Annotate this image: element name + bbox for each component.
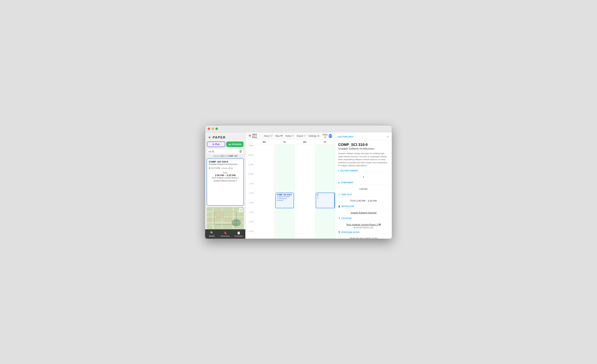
bookmarks-footer-icon: 🔖	[223, 231, 227, 235]
time-6pm: 6 PM	[245, 230, 254, 239]
time-3pm: 3 PM	[245, 202, 254, 211]
titlebar	[205, 125, 392, 132]
map-label: Map	[275, 135, 280, 137]
search-footer-button[interactable]: 🔍 Search	[205, 229, 219, 239]
instructor-value[interactable]: Joseph Edward Hummel	[338, 211, 389, 215]
dates-label-text: START/END DATES	[341, 231, 360, 233]
course-time: 2:00 PM – 3:20 PM	[209, 174, 242, 177]
map-icon: 🗺	[280, 135, 283, 137]
app-window: ✈ PAPER 🗂 Plan 📅 Schedule ✕	[205, 125, 392, 239]
time-slot-label-text: TIME SLOT	[341, 194, 352, 196]
user-button[interactable]: Dilan N DN	[322, 133, 332, 139]
minimize-button[interactable]	[212, 128, 214, 130]
panel-course-id: COMP_SCI 310-0	[338, 143, 389, 147]
paper-plane-icon: ✈	[208, 135, 211, 140]
component-label-text: COMPONENT	[341, 182, 354, 184]
notes-button[interactable]: Notes ✎	[285, 135, 294, 137]
location-value[interactable]: Tech Institute Lecture Room 2 🗺	[338, 223, 389, 227]
clock-icon: 🕐	[338, 194, 340, 196]
about-button[interactable]: About ⓘ	[264, 134, 273, 138]
thursday-event[interactable]: C S H	[316, 193, 335, 208]
app-logo-text: PAPER	[213, 136, 226, 139]
export-button[interactable]: Export ↗	[297, 135, 306, 137]
tuesday-event-title: COMP_SCI 310-0	[277, 194, 292, 196]
close-panel-button[interactable]: ✕	[386, 135, 389, 138]
map-expand-button[interactable]: ⤢	[239, 208, 243, 212]
svg-rect-4	[212, 207, 214, 229]
about-info-icon: ⓘ	[270, 134, 273, 138]
panel-description: Teaches software design principles for b…	[338, 152, 389, 167]
sidebar: ✈ PAPER 🗂 Plan 📅 Schedule ✕	[205, 132, 245, 239]
close-button[interactable]	[208, 128, 210, 130]
info-button[interactable]: ℹ	[236, 179, 237, 182]
notes-icon: ✎	[292, 135, 294, 137]
user-name: Dilan N	[322, 133, 328, 139]
map-button[interactable]: Map 🗺	[275, 135, 283, 137]
schedule-icon: 📅	[228, 143, 231, 146]
section-number-label: # SECTION NUMBER	[338, 170, 389, 172]
thursday-event-subtitle: S	[317, 196, 333, 198]
svg-rect-6	[233, 207, 234, 229]
logo-area: ✈ PAPER	[205, 132, 245, 141]
time-slot-label: 🕐 TIME SLOT	[338, 194, 389, 196]
room-finder-text: ROOM FINDER LINK	[356, 227, 374, 229]
svg-rect-10	[225, 217, 232, 222]
location-label-text: LOCATION	[341, 217, 352, 219]
tuesday-event[interactable]: COMP_SCI 310-0 Scalable Software Archite…	[275, 193, 294, 208]
bookmarks-footer-label: Bookmarks	[220, 235, 230, 237]
room-finder-link[interactable]: 🗺 ROOM FINDER LINK	[338, 227, 389, 229]
bookmarks-footer-button[interactable]: 🔖 Bookmarks	[219, 229, 232, 239]
instructor-section: 👤 INSTRUCTOR Joseph Edward Hummel	[338, 205, 389, 215]
search-input[interactable]	[209, 150, 239, 153]
about-label: About	[264, 135, 269, 137]
divider	[338, 172, 389, 173]
map-mini-icon: 🗺	[378, 223, 381, 226]
export-icon: ↗	[304, 135, 306, 137]
location-label: 📍 LOCATION	[338, 217, 389, 219]
course-days: TuTh	[209, 172, 242, 174]
schedules-footer-icon: 📋	[237, 231, 241, 235]
location-text: Tech Institute Lecture Room 2	[346, 223, 378, 226]
component-value: Lecture	[338, 187, 389, 191]
search-footer-icon: 🔍	[210, 231, 214, 235]
plan-tab[interactable]: 🗂 Plan	[207, 141, 225, 147]
time-10am: 10 AM	[245, 154, 254, 164]
schedules-footer-button[interactable]: 📋 Schedules	[232, 229, 245, 239]
section-info-panel: SECTION INFO ✕ COMP_SCI 310-0 Scalable S…	[335, 132, 392, 239]
hash-icon: #	[338, 170, 339, 172]
tuesday-column: COMP_SCI 310-0 Scalable Software Archite…	[275, 145, 295, 239]
course-card[interactable]: COMP_SCI 310-0 Scalable Software Archite…	[207, 158, 244, 206]
map-thumbnail[interactable]: ⤢	[207, 207, 244, 229]
thursday-event-instructor: H	[317, 198, 333, 199]
calendar-nav: About ⓘ Map 🗺 Notes ✎ Export ↗	[264, 133, 332, 139]
svg-rect-9	[216, 213, 223, 218]
wednesday-column	[295, 145, 315, 239]
fullscreen-button[interactable]	[215, 128, 218, 130]
clear-search-button[interactable]: ✕	[239, 150, 242, 153]
instructor-name: Joseph Edward Hummel	[213, 180, 236, 182]
notes-label: Notes	[285, 135, 291, 137]
day-header-th: Th	[315, 141, 335, 143]
divider	[338, 234, 389, 234]
day-header-mo: Mo	[254, 141, 275, 143]
schedule-tab[interactable]: 📅 Schedule	[226, 141, 244, 147]
room-finder-icon: 🗺	[353, 227, 355, 229]
section-number-section: # SECTION NUMBER 1	[338, 170, 389, 179]
export-label: Export	[297, 135, 303, 137]
search-input-wrapper: ✕	[207, 149, 244, 154]
location-section: 📍 LOCATION Tech Institute Lecture Room 2…	[338, 217, 389, 229]
day-header-tu: Tu	[275, 141, 295, 143]
day-headers: Mo Tu We Th	[245, 140, 335, 145]
time-12pm: 12 PM	[245, 173, 254, 183]
settings-label: Settings	[309, 135, 316, 137]
time-slot-section: 🕐 TIME SLOT TuTh 2:00 PM – 3:20 PM	[338, 194, 389, 203]
time-slot-value: TuTh 2:00 PM – 3:20 PM	[338, 199, 389, 203]
plan-tab-label: Plan	[215, 143, 220, 146]
time-2pm: 2 PM	[245, 192, 254, 202]
settings-button[interactable]: Settings ⚙	[309, 135, 319, 137]
dates-label: 📅 START/END DATES	[338, 231, 389, 233]
sidebar-tabs: 🗂 Plan 📅 Schedule	[205, 141, 245, 149]
calendar-header: 📅 2023 FALL About ⓘ Map 🗺 Notes ✎	[245, 132, 335, 140]
time-4pm: 4 PM	[245, 211, 254, 221]
divider	[338, 220, 389, 220]
